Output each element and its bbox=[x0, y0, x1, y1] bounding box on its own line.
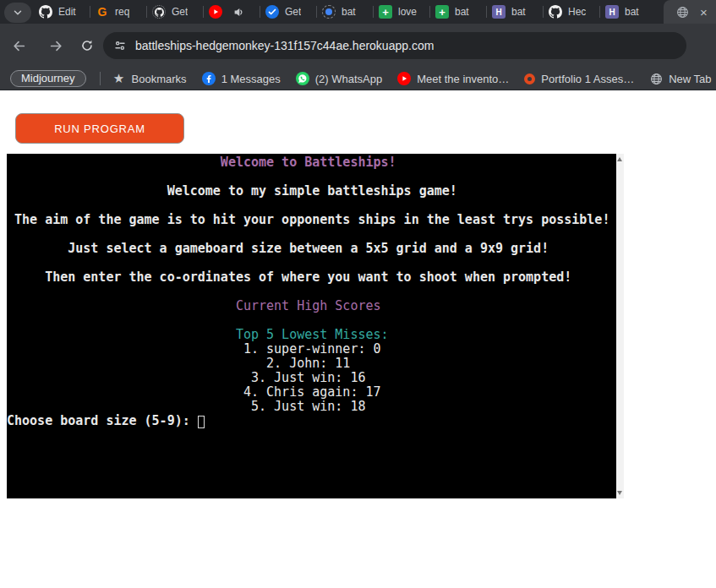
terminal-line: Choose board size (5-9): bbox=[7, 414, 616, 428]
bookmark-meet-the-invento-[interactable]: Meet the invento… bbox=[397, 72, 509, 85]
youtube-icon bbox=[209, 5, 222, 19]
bookmark-label: 1 Messages bbox=[221, 73, 281, 85]
terminal-line: Just select a gameboard size between a 5… bbox=[7, 242, 616, 256]
whatsapp-icon bbox=[296, 72, 309, 85]
scroll-up-icon[interactable] bbox=[617, 157, 622, 161]
tab-Hec[interactable]: Hec bbox=[544, 0, 599, 24]
tab-group-chip[interactable]: Midjourney bbox=[10, 70, 86, 87]
tab-list: EditGreqGetGetbat+love+batHbatHecHbat bbox=[34, 0, 656, 24]
terminal-output[interactable]: Welcome to Battleships! Welcome to my si… bbox=[7, 154, 616, 498]
forward-button[interactable] bbox=[44, 34, 68, 57]
terminal-line: 2. John: 11 bbox=[7, 357, 616, 371]
terminal-line bbox=[7, 227, 616, 242]
tab-label: love bbox=[398, 6, 417, 18]
active-tab[interactable]: × bbox=[664, 0, 716, 24]
tab-label: req bbox=[115, 6, 129, 18]
address-bar[interactable]: battleships-hedgemonkey-131f157c44ae.her… bbox=[103, 32, 686, 59]
terminal-line bbox=[7, 313, 616, 328]
tab-Get[interactable]: Get bbox=[260, 0, 316, 24]
terminal-line: 4. Chris again: 17 bbox=[7, 385, 616, 400]
tab-label: Edit bbox=[58, 6, 76, 18]
terminal-line: Current High Scores bbox=[7, 299, 616, 313]
tab-label: bat bbox=[455, 6, 469, 18]
bookmark-new-tab[interactable]: New Tab bbox=[649, 72, 711, 85]
green-plus-icon: + bbox=[435, 5, 449, 19]
tab-bat[interactable]: +bat bbox=[430, 0, 486, 24]
bookmark-label: New Tab bbox=[669, 73, 711, 85]
github-icon bbox=[549, 5, 562, 19]
github-dashed-icon bbox=[152, 5, 166, 19]
terminal-cursor bbox=[198, 416, 205, 428]
terminal-line bbox=[7, 170, 616, 184]
bookmark-label: Meet the invento… bbox=[417, 73, 509, 85]
blue-dashed-icon bbox=[322, 5, 336, 19]
tab-label: bat bbox=[342, 6, 356, 18]
green-plus-icon: + bbox=[379, 5, 392, 19]
bookmark-label: Portfolio 1 Asses… bbox=[541, 73, 634, 85]
globe-icon bbox=[649, 72, 663, 85]
terminal-line: Welcome to my simple battleships game! bbox=[7, 184, 616, 199]
run-program-button[interactable]: RUN PROGRAM bbox=[15, 113, 184, 144]
chevron-down-icon bbox=[11, 6, 25, 19]
speaker-icon bbox=[233, 5, 244, 19]
terminal-line bbox=[7, 256, 616, 270]
scroll-down-icon[interactable] bbox=[617, 491, 622, 495]
bookmarks-separator bbox=[100, 72, 101, 85]
terminal-line: 1. super-winner: 0 bbox=[7, 342, 616, 357]
tab-bat[interactable]: bat bbox=[317, 0, 373, 24]
bookmark-bookmarks[interactable]: ★Bookmarks bbox=[112, 72, 187, 85]
terminal-line bbox=[7, 199, 616, 213]
tab-label: bat bbox=[625, 6, 639, 18]
tab-label: Hec bbox=[568, 6, 586, 18]
tab-Edit[interactable]: Edit bbox=[34, 0, 90, 24]
globe-icon bbox=[675, 5, 689, 19]
tab-label: Get bbox=[285, 6, 301, 18]
tab-Get[interactable]: Get bbox=[147, 0, 203, 24]
heroku-icon: H bbox=[605, 5, 619, 19]
browser-toolbar: battleships-hedgemonkey-131f157c44ae.her… bbox=[0, 24, 716, 68]
web-page: RUN PROGRAM Welcome to Battleships! Welc… bbox=[0, 90, 716, 588]
terminal-line: The aim of the game is to hit your oppon… bbox=[7, 213, 616, 227]
tab-label: Get bbox=[172, 6, 188, 18]
tab-req[interactable]: Greq bbox=[90, 0, 146, 24]
bookmark-label: Bookmarks bbox=[132, 73, 187, 85]
blue-badge-icon bbox=[265, 5, 279, 19]
bookmark-label: (2) WhatsApp bbox=[315, 73, 382, 85]
tab-bat[interactable]: Hbat bbox=[487, 0, 543, 24]
reload-button[interactable] bbox=[75, 34, 99, 57]
url-text: battleships-hedgemonkey-131f157c44ae.her… bbox=[135, 39, 434, 52]
terminal-line: Welcome to Battleships! bbox=[7, 155, 616, 170]
tab-audio[interactable] bbox=[204, 0, 260, 24]
tab-bat[interactable]: Hbat bbox=[600, 0, 656, 24]
star-icon: ★ bbox=[112, 72, 126, 85]
terminal-line: Top 5 Lowest Misses: bbox=[7, 328, 616, 342]
terminal-scrollbar[interactable] bbox=[616, 154, 624, 498]
terminal-line: 3. Just win: 16 bbox=[7, 371, 616, 385]
facebook-icon bbox=[202, 72, 216, 85]
site-settings-icon[interactable] bbox=[113, 39, 127, 52]
close-tab-icon[interactable]: × bbox=[700, 6, 708, 19]
tab-label: bat bbox=[511, 6, 526, 18]
tab-search-button[interactable] bbox=[4, 3, 31, 23]
heroku-icon: H bbox=[492, 5, 506, 19]
terminal-line bbox=[7, 285, 616, 299]
terminal-line: 5. Just win: 18 bbox=[7, 400, 616, 414]
bookmarks-bar: Midjourney ★Bookmarks1 Messages(2) Whats… bbox=[0, 68, 716, 90]
back-button[interactable] bbox=[7, 34, 30, 57]
orange-ring-icon bbox=[524, 74, 535, 84]
bookmark-list: ★Bookmarks1 Messages(2) WhatsAppMeet the… bbox=[112, 72, 716, 85]
terminal-widget: Welcome to Battleships! Welcome to my si… bbox=[7, 154, 624, 498]
terminal-line: Then enter the co-ordinates of where you… bbox=[7, 270, 616, 285]
orange-g-icon: G bbox=[96, 5, 109, 19]
bookmark-portfolio-1-asses-[interactable]: Portfolio 1 Asses… bbox=[524, 73, 634, 85]
youtube-icon bbox=[397, 72, 411, 85]
tab-strip: EditGreqGetGetbat+love+batHbatHecHbat × bbox=[0, 0, 716, 24]
bookmark-1-messages[interactable]: 1 Messages bbox=[202, 72, 281, 85]
github-icon bbox=[39, 5, 52, 19]
bookmark--2-whatsapp[interactable]: (2) WhatsApp bbox=[296, 72, 382, 85]
tab-love[interactable]: +love bbox=[374, 0, 429, 24]
